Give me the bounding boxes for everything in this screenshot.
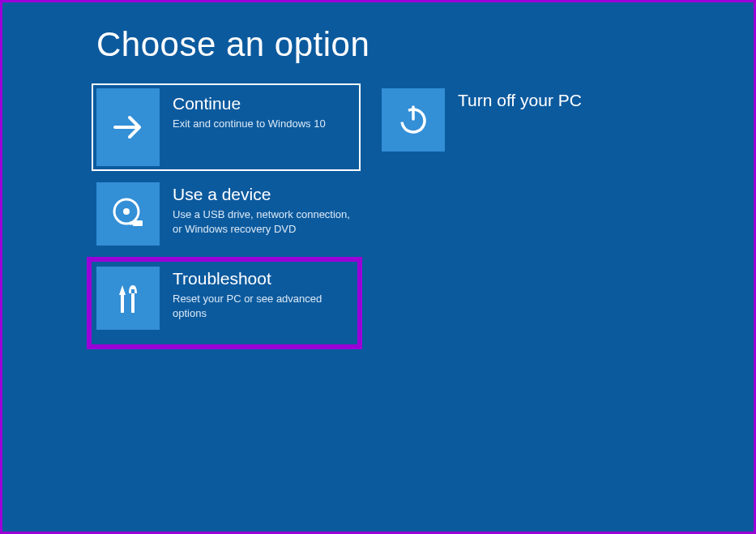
- svg-rect-5: [130, 222, 133, 225]
- svg-rect-6: [121, 295, 124, 313]
- page-title: Choose an option: [96, 25, 754, 64]
- disc-usb-icon: [96, 182, 160, 246]
- continue-tile[interactable]: Continue Exit and continue to Windows 10: [92, 83, 361, 171]
- use-device-tile[interactable]: Use a device Use a USB drive, network co…: [96, 182, 356, 246]
- turnoff-title: Turn off your PC: [458, 90, 641, 110]
- tools-icon: [96, 267, 160, 330]
- troubleshoot-title: Troubleshoot: [173, 268, 352, 288]
- svg-rect-7: [131, 293, 135, 313]
- continue-desc: Exit and continue to Windows 10: [173, 117, 356, 131]
- troubleshoot-desc: Reset your PC or see advanced options: [173, 292, 352, 320]
- options-list: Continue Exit and continue to Windows 10…: [96, 88, 754, 349]
- troubleshoot-tile[interactable]: Troubleshoot Reset your PC or see advanc…: [87, 257, 362, 349]
- continue-title: Continue: [173, 93, 356, 113]
- svg-rect-4: [133, 220, 143, 226]
- svg-point-3: [123, 208, 130, 215]
- turnoff-tile[interactable]: Turn off your PC: [382, 88, 641, 152]
- arrow-right-icon: [96, 88, 160, 166]
- device-desc: Use a USB drive, network connection, or …: [173, 207, 356, 236]
- power-icon: [382, 88, 445, 152]
- device-title: Use a device: [173, 184, 356, 204]
